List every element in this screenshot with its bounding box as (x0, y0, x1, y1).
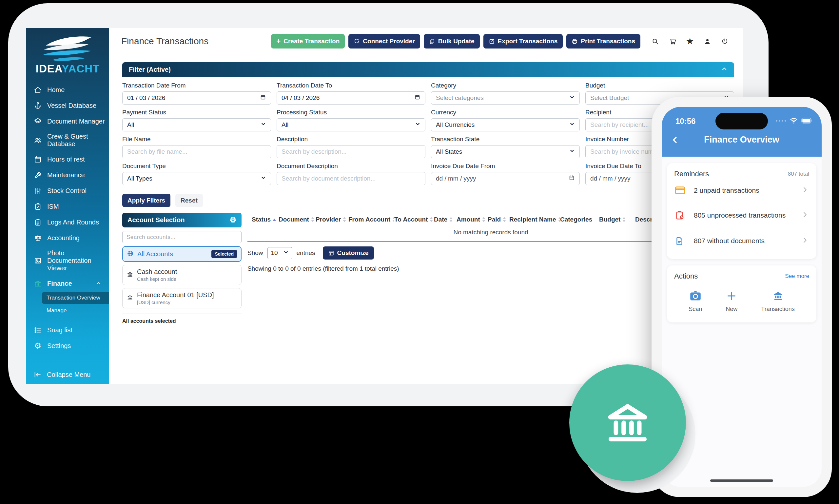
cart-icon[interactable] (668, 37, 676, 45)
column-header-amount[interactable]: Amount (457, 216, 488, 223)
gear-icon[interactable]: ⚙ (229, 216, 236, 224)
column-header-recipient-name[interactable]: Recipient Name (509, 216, 560, 223)
connect-provider-button[interactable]: Connect Provider (349, 34, 420, 49)
action-scan[interactable]: Scan (689, 290, 702, 313)
sidebar-item-ism[interactable]: ISM (26, 199, 109, 214)
category-select[interactable]: Select categories (431, 91, 580, 105)
chevron-down-icon (415, 121, 421, 128)
signal-icon (776, 120, 786, 122)
sidebar-item-document-manager[interactable]: Document Manager (26, 113, 109, 129)
sidebar-item-hours-of-rest[interactable]: Hours of rest (26, 151, 109, 167)
field-document-description: Document Description (276, 163, 425, 185)
column-header-provider[interactable]: Provider (316, 216, 349, 223)
invoice-due-date-from-input[interactable]: dd / mm / yyyy (431, 172, 580, 185)
description-input[interactable] (276, 145, 425, 158)
chevron-up-icon (96, 280, 101, 287)
chevron-down-icon (569, 94, 575, 102)
sidebar-item-settings[interactable]: ⚙ Settings (26, 338, 109, 354)
image-icon (33, 257, 42, 265)
sidebar-item-stock-control[interactable]: Stock Control (26, 183, 109, 199)
create-transaction-button[interactable]: +Create Transaction (271, 34, 345, 49)
account-item-all-accounts[interactable]: All Accounts Selected (122, 246, 242, 262)
column-header-categories[interactable]: Categories (560, 216, 599, 223)
phone-status-bar: 10:56 (662, 107, 822, 132)
customize-button[interactable]: Customize (323, 247, 374, 259)
list-icon (33, 326, 42, 334)
table-icon (328, 250, 334, 256)
document-description-input[interactable] (276, 172, 425, 185)
bank-icon (126, 271, 133, 279)
sidebar-item-photo-documentation-viewer[interactable]: Photo Documentation Viewer (26, 246, 109, 275)
sidebar-item-crew-guest-database[interactable]: Crew & Guest Database (26, 129, 109, 151)
sidebar-subitem-transaction-overview[interactable]: Transaction Overview (42, 292, 111, 304)
chevron-down-icon (283, 249, 289, 257)
account-item-cash[interactable]: Cash account Cash kept on side (122, 265, 242, 285)
processing-status-select[interactable]: All (276, 118, 425, 131)
column-header-from-account[interactable]: From Account (349, 216, 394, 223)
action-transactions[interactable]: Transactions (761, 290, 795, 313)
filter-actions: Apply Filters Reset (122, 194, 743, 207)
print-transactions-button[interactable]: Print Transactions (566, 34, 640, 49)
column-header-document[interactable]: Document (279, 216, 316, 223)
column-header-status[interactable]: Status (247, 216, 279, 223)
document-type-select[interactable]: All Types (122, 172, 271, 185)
export-icon (489, 38, 495, 44)
sidebar-item-maintenance[interactable]: Maintenance (26, 167, 109, 183)
calendar-icon (414, 94, 421, 102)
user-icon[interactable] (703, 37, 711, 45)
home-indicator[interactable] (710, 480, 773, 482)
reminder-unprocessed[interactable]: 805 unprocessed transactions (674, 202, 809, 228)
bank-icon (772, 290, 784, 302)
page-size-select[interactable]: 10 (267, 247, 292, 259)
collapse-menu-button[interactable]: Collapse Menu (26, 365, 109, 384)
filter-header[interactable]: Filter (Active) (122, 62, 734, 77)
clipboard-check-icon (33, 202, 42, 211)
reset-button[interactable]: Reset (175, 194, 203, 207)
see-more-link[interactable]: See more (785, 273, 809, 280)
sidebar-item-accounting[interactable]: Accounting (26, 230, 109, 246)
sidebar-item-logs-and-rounds[interactable]: Logs And Rounds (26, 214, 109, 230)
apply-filters-button[interactable]: Apply Filters (122, 194, 171, 207)
battery-icon (801, 118, 813, 124)
reminders-title: Reminders (674, 170, 709, 178)
account-search-input[interactable] (122, 231, 242, 243)
sidebar-item-home[interactable]: Home (26, 82, 109, 98)
back-chevron-icon[interactable] (670, 135, 680, 146)
bulk-update-button[interactable]: Bulk Update (424, 34, 480, 49)
sliders-icon (33, 186, 42, 195)
bank-icon (603, 398, 652, 447)
payment-status-select[interactable]: All (122, 118, 271, 131)
sidebar-item-vessel-database[interactable]: Vessel Database (26, 98, 109, 113)
chevron-down-icon (261, 175, 266, 182)
document-icon (675, 236, 686, 246)
reminder-unpaid[interactable]: 2 unpaid transactions (674, 178, 809, 202)
calendar-icon (33, 155, 42, 163)
transaction-date-to-input[interactable]: 04 / 03 / 2026 (276, 91, 425, 105)
account-item-finance-01[interactable]: Finance Account 01 [USD] [USD] currency (122, 288, 242, 308)
chevron-up-icon[interactable] (721, 66, 728, 74)
sidebar-item-finance[interactable]: Finance (26, 275, 109, 291)
column-header-budget[interactable]: Budget (599, 216, 635, 223)
column-header-date[interactable]: Date (434, 216, 457, 223)
column-header-paid[interactable]: Paid (488, 216, 509, 223)
transaction-date-from-input[interactable]: 01 / 03 / 2026 (122, 91, 271, 105)
action-new[interactable]: New (726, 290, 737, 313)
file-name-input[interactable] (122, 145, 271, 158)
export-transactions-button[interactable]: Export Transactions (483, 34, 563, 49)
power-icon[interactable] (721, 37, 729, 45)
sidebar-item-snag-list[interactable]: Snag list (26, 322, 109, 338)
page-title: Finance Transactions (121, 36, 209, 47)
star-icon[interactable]: ★ (686, 37, 694, 45)
transaction-state-select[interactable]: All States (431, 145, 580, 158)
sidebar-nav: Home Vessel Database Document Manager Cr… (26, 82, 109, 354)
currency-select[interactable]: All Currencies (431, 118, 580, 131)
chevron-right-icon (801, 211, 808, 219)
field-currency: Currency All Currencies (431, 109, 580, 131)
reminder-without-documents[interactable]: 807 without documents (674, 228, 809, 254)
column-header-to-account[interactable]: To Account (394, 216, 434, 223)
actions-title: Actions (674, 272, 698, 281)
search-icon[interactable] (651, 37, 659, 45)
account-selection-header: Account Selection ⚙ (122, 213, 242, 228)
bank-icon (126, 294, 133, 303)
sidebar-subitem-manage[interactable]: Manage (47, 305, 109, 316)
